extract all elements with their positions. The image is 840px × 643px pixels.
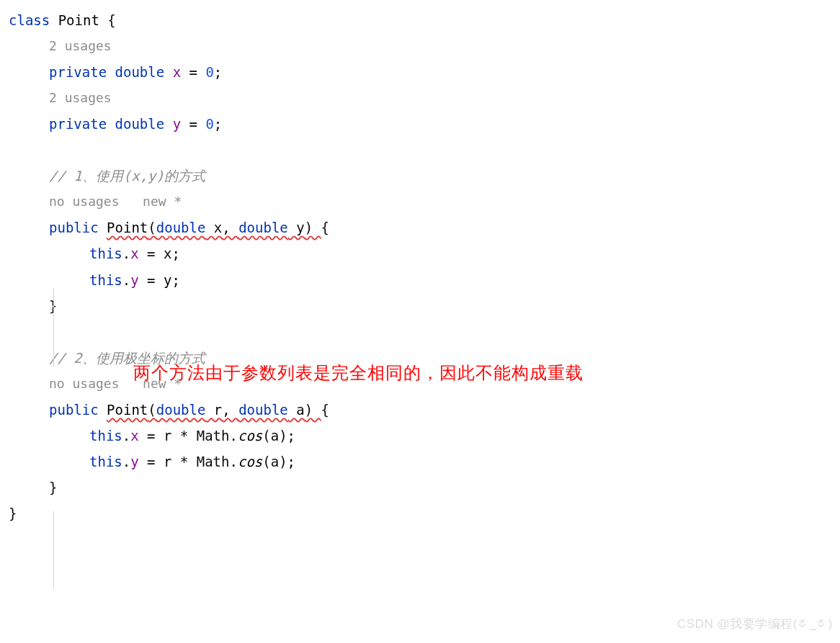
number-literal: 0 bbox=[205, 59, 213, 85]
indent-guide bbox=[53, 288, 54, 366]
inlay-hint-usages[interactable]: 2 usages bbox=[9, 85, 840, 111]
blank-line bbox=[9, 137, 840, 163]
keyword-this: this bbox=[89, 449, 122, 475]
keyword-double: double bbox=[156, 215, 206, 240]
code-line-constructor-2: public Point(double r, double a) { bbox=[9, 397, 840, 423]
paren-open: ( bbox=[148, 215, 156, 240]
keyword-public: public bbox=[49, 215, 99, 240]
comma: , bbox=[222, 397, 238, 423]
code-line-field-x: private double x = 0; bbox=[9, 59, 840, 85]
param-r: r bbox=[205, 397, 222, 423]
code-line-field-y: private double y = 0; bbox=[9, 111, 840, 137]
keyword-double: double bbox=[238, 215, 288, 240]
field-ref: y bbox=[130, 267, 138, 293]
param-a: a bbox=[288, 397, 305, 423]
code-line-assign-x: this.x = x; bbox=[9, 240, 840, 266]
number-literal: 0 bbox=[205, 111, 213, 137]
constructor-name-error: Point bbox=[107, 215, 148, 240]
keyword-private: private bbox=[49, 59, 107, 85]
constructor-name-error: Point bbox=[107, 397, 148, 423]
watermark: CSDN @我要学编程(ಥ_ಥ) bbox=[677, 613, 833, 636]
code-line-constructor-1: public Point(double x, double y) { bbox=[9, 215, 840, 240]
annotation-overlay: 两个方法由于参数列表是完全相同的，因此不能构成重载 bbox=[133, 356, 584, 390]
keyword-double: double bbox=[115, 111, 165, 137]
indent-guide bbox=[53, 511, 54, 589]
keyword-double: double bbox=[238, 397, 288, 423]
field-ref: x bbox=[130, 240, 138, 266]
field-name: y bbox=[173, 111, 181, 137]
param-x: x bbox=[205, 215, 222, 240]
paren-close: ) bbox=[305, 397, 321, 423]
paren-open: ( bbox=[148, 397, 156, 423]
code-line-assign-y-polar: this.y = r * Math.cos(a); bbox=[9, 449, 840, 475]
inlay-hint-no-usages[interactable]: no usages new * bbox=[9, 189, 840, 215]
comment-line: // 1、使用(x,y)的方式 bbox=[9, 163, 840, 189]
static-method-cos: cos bbox=[238, 423, 262, 449]
static-method-cos: cos bbox=[238, 449, 262, 475]
brace-open: { bbox=[107, 7, 115, 33]
field-name: x bbox=[173, 59, 181, 85]
keyword-double: double bbox=[115, 59, 165, 85]
inlay-hint-usages[interactable]: 2 usages bbox=[9, 33, 840, 59]
keyword-private: private bbox=[49, 111, 107, 137]
brace-close: } bbox=[9, 475, 840, 500]
code-line-class-decl: class Point { bbox=[9, 7, 840, 33]
code-line-assign-x-polar: this.x = r * Math.cos(a); bbox=[9, 423, 840, 449]
keyword-double: double bbox=[156, 397, 206, 423]
brace-close-class: } bbox=[9, 500, 840, 526]
class-name: Point bbox=[50, 7, 107, 33]
brace-close: } bbox=[9, 293, 840, 319]
comma: , bbox=[222, 215, 238, 240]
blank-line bbox=[9, 319, 840, 345]
paren-close: ) bbox=[305, 215, 321, 240]
keyword-public: public bbox=[49, 397, 99, 423]
keyword-this: this bbox=[89, 240, 122, 266]
brace-open: { bbox=[321, 215, 329, 240]
keyword-this: this bbox=[89, 267, 122, 293]
param-y: y bbox=[288, 215, 305, 240]
keyword-this: this bbox=[89, 423, 122, 449]
brace-open: { bbox=[321, 397, 329, 423]
code-line-assign-y: this.y = y; bbox=[9, 267, 840, 293]
field-ref: y bbox=[130, 449, 138, 475]
field-ref: x bbox=[130, 423, 138, 449]
keyword-class: class bbox=[9, 7, 50, 33]
